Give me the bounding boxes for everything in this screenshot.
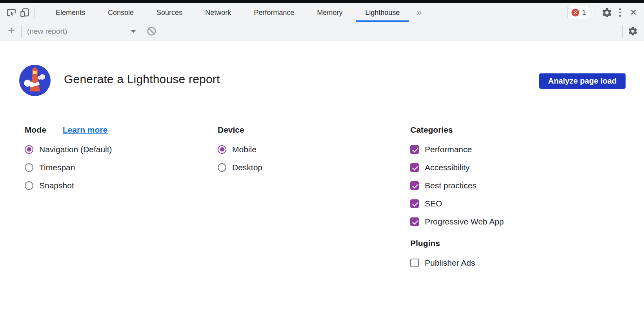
radio-unchecked-icon — [25, 163, 33, 172]
separator — [21, 25, 22, 38]
option-label: Publisher Ads — [425, 258, 475, 268]
tab-sources[interactable]: Sources — [145, 3, 194, 22]
lighthouse-logo — [19, 65, 51, 96]
tab-console[interactable]: Console — [96, 3, 145, 22]
category-option-best-practices[interactable]: Best practices — [410, 180, 504, 191]
device-heading: Device — [218, 125, 244, 135]
mode-option-timespan[interactable]: Timespan — [25, 162, 112, 173]
mode-heading: Mode — [25, 125, 46, 135]
checkbox-checked-icon — [410, 217, 419, 226]
error-badge[interactable]: ✕ 1 — [567, 6, 590, 19]
option-label: Mobile — [232, 145, 257, 154]
error-icon: ✕ — [571, 9, 579, 16]
tab-performance[interactable]: Performance — [242, 3, 306, 22]
radio-unchecked-icon — [218, 163, 226, 172]
devtools-window: Elements Console Sources Network Perform… — [0, 0, 644, 321]
radio-unchecked-icon — [25, 181, 33, 190]
dropdown-caret-icon — [131, 30, 136, 33]
tab-memory[interactable]: Memory — [306, 3, 354, 22]
analyze-page-load-button[interactable]: Analyze page load — [539, 73, 626, 89]
device-toolbar-icon[interactable] — [18, 6, 31, 19]
device-option-mobile[interactable]: Mobile — [218, 144, 262, 155]
checkbox-unchecked-icon — [410, 259, 419, 267]
lighthouse-start-view: Generate a Lighthouse report Analyze pag… — [0, 40, 644, 321]
plugin-option-publisher-ads[interactable]: Publisher Ads — [410, 257, 504, 268]
device-section: Device Mobile Desktop — [218, 125, 262, 180]
categories-section: Categories Performance Accessibility Bes… — [410, 125, 504, 275]
panel-tabs: Elements Console Sources Network Perform… — [44, 3, 428, 22]
plugins-heading: Plugins — [410, 239, 504, 248]
category-option-seo[interactable]: SEO — [410, 198, 504, 209]
option-label: Navigation (Default) — [39, 145, 112, 154]
inspect-element-icon[interactable] — [5, 6, 18, 19]
option-label: Desktop — [232, 163, 262, 172]
more-tabs-chevron-icon[interactable]: » — [411, 8, 427, 17]
tab-network[interactable]: Network — [194, 3, 242, 22]
tab-lighthouse[interactable]: Lighthouse — [354, 3, 411, 22]
page-title: Generate a Lighthouse report — [64, 73, 220, 86]
option-label: Best practices — [425, 181, 477, 190]
error-count: 1 — [582, 9, 586, 17]
option-label: Timespan — [39, 163, 75, 172]
mode-section: Mode Learn more Navigation (Default) Tim… — [25, 125, 112, 198]
category-option-pwa[interactable]: Progressive Web App — [410, 216, 504, 227]
separator — [595, 7, 595, 18]
close-devtools-icon[interactable]: ✕ — [627, 6, 640, 19]
lighthouse-toolbar: + (new report) — [0, 22, 644, 40]
checkbox-checked-icon — [410, 163, 419, 172]
report-selector[interactable]: (new report) — [27, 27, 136, 36]
tabbar-right-controls: ✕ 1 ✕ — [567, 6, 640, 19]
tab-elements[interactable]: Elements — [44, 3, 96, 22]
checkbox-checked-icon — [410, 145, 419, 154]
checkbox-checked-icon — [410, 181, 419, 190]
new-report-plus-icon[interactable]: + — [5, 25, 18, 38]
radio-checked-icon — [25, 145, 33, 154]
page-edge-strip — [0, 0, 644, 3]
mode-option-navigation[interactable]: Navigation (Default) — [25, 144, 112, 155]
learn-more-link[interactable]: Learn more — [63, 125, 107, 135]
device-option-desktop[interactable]: Desktop — [218, 162, 262, 173]
category-option-performance[interactable]: Performance — [410, 144, 504, 155]
clear-reports-icon[interactable] — [145, 25, 158, 38]
mode-option-snapshot[interactable]: Snapshot — [25, 180, 112, 191]
option-label: Snapshot — [39, 181, 74, 190]
lighthouse-settings-gear-icon[interactable] — [626, 25, 639, 38]
checkbox-checked-icon — [410, 199, 419, 208]
option-label: Accessibility — [425, 163, 469, 172]
option-label: Progressive Web App — [425, 217, 504, 226]
separator — [35, 7, 35, 18]
option-label: SEO — [425, 199, 442, 208]
separator — [622, 25, 623, 38]
categories-heading: Categories — [410, 125, 453, 135]
report-selector-value: (new report) — [27, 27, 67, 36]
option-label: Performance — [425, 145, 472, 154]
category-option-accessibility[interactable]: Accessibility — [410, 162, 504, 173]
devtools-tabbar: Elements Console Sources Network Perform… — [0, 3, 644, 22]
radio-checked-icon — [218, 145, 226, 154]
kebab-menu-icon[interactable] — [613, 6, 627, 19]
settings-gear-icon[interactable] — [600, 6, 613, 19]
